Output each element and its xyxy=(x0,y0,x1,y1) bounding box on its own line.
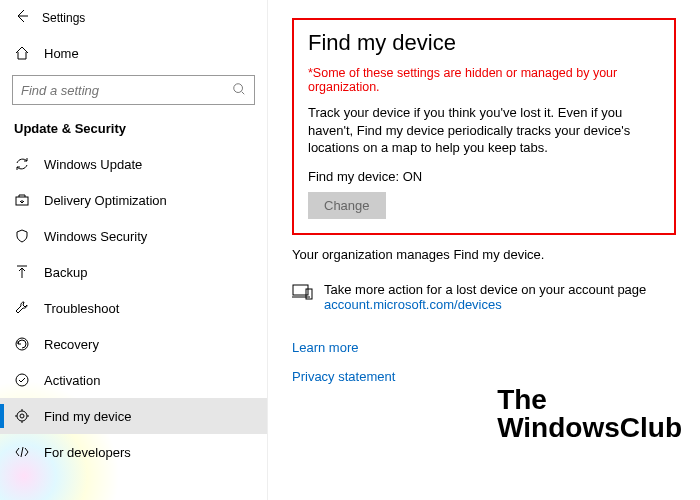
back-icon[interactable] xyxy=(14,8,30,27)
location-icon xyxy=(14,408,30,424)
sidebar: Settings Home Update & Security Windows … xyxy=(0,0,268,500)
nav-label: Windows Update xyxy=(44,157,142,172)
svg-point-4 xyxy=(20,414,24,418)
search-icon xyxy=(232,82,246,99)
home-label: Home xyxy=(44,46,79,61)
learn-more-link[interactable]: Learn more xyxy=(292,340,676,355)
category-heading: Update & Security xyxy=(0,115,267,146)
nav-label: Troubleshoot xyxy=(44,301,119,316)
window-title: Settings xyxy=(42,11,85,25)
highlighted-region: Find my device *Some of these settings a… xyxy=(292,18,676,235)
search-box[interactable] xyxy=(12,75,255,105)
check-circle-icon xyxy=(14,372,30,388)
delivery-icon xyxy=(14,192,30,208)
nav-label: For developers xyxy=(44,445,131,460)
home-nav[interactable]: Home xyxy=(0,37,267,69)
svg-point-0 xyxy=(234,83,243,92)
svg-point-3 xyxy=(16,374,28,386)
recovery-icon xyxy=(14,336,30,352)
nav-activation[interactable]: Activation xyxy=(0,362,267,398)
code-icon xyxy=(14,444,30,460)
device-icon xyxy=(292,282,314,302)
status-text: Find my device: ON xyxy=(308,169,660,184)
nav-label: Activation xyxy=(44,373,100,388)
nav-troubleshoot[interactable]: Troubleshoot xyxy=(0,290,267,326)
nav-label: Backup xyxy=(44,265,87,280)
watermark-line1: The xyxy=(497,386,682,414)
wrench-icon xyxy=(14,300,30,316)
nav-delivery-optimization[interactable]: Delivery Optimization xyxy=(0,182,267,218)
nav-label: Recovery xyxy=(44,337,99,352)
nav-label: Find my device xyxy=(44,409,131,424)
home-icon xyxy=(14,45,30,61)
nav-list: Windows Update Delivery Optimization Win… xyxy=(0,146,267,470)
nav-windows-security[interactable]: Windows Security xyxy=(0,218,267,254)
watermark-line2: WindowsClub xyxy=(497,414,682,442)
svg-point-5 xyxy=(17,411,27,421)
change-button[interactable]: Change xyxy=(308,192,386,219)
more-action-row: Take more action for a lost device on yo… xyxy=(292,282,676,312)
page-title: Find my device xyxy=(308,30,660,56)
org-warning: *Some of these settings are hidden or ma… xyxy=(308,66,660,94)
privacy-link[interactable]: Privacy statement xyxy=(292,369,676,384)
watermark: The WindowsClub xyxy=(497,386,682,442)
org-manages-note: Your organization manages Find my device… xyxy=(292,247,676,262)
nav-recovery[interactable]: Recovery xyxy=(0,326,267,362)
action-text: Take more action for a lost device on yo… xyxy=(324,282,646,297)
sync-icon xyxy=(14,156,30,172)
account-devices-link[interactable]: account.microsoft.com/devices xyxy=(324,297,502,312)
nav-for-developers[interactable]: For developers xyxy=(0,434,267,470)
search-input[interactable] xyxy=(21,83,201,98)
content-pane: Find my device *Some of these settings a… xyxy=(268,0,700,500)
nav-find-my-device[interactable]: Find my device xyxy=(0,398,267,434)
feature-description: Track your device if you think you've lo… xyxy=(308,104,660,157)
nav-label: Delivery Optimization xyxy=(44,193,167,208)
backup-icon xyxy=(14,264,30,280)
nav-windows-update[interactable]: Windows Update xyxy=(0,146,267,182)
shield-icon xyxy=(14,228,30,244)
nav-backup[interactable]: Backup xyxy=(0,254,267,290)
nav-label: Windows Security xyxy=(44,229,147,244)
